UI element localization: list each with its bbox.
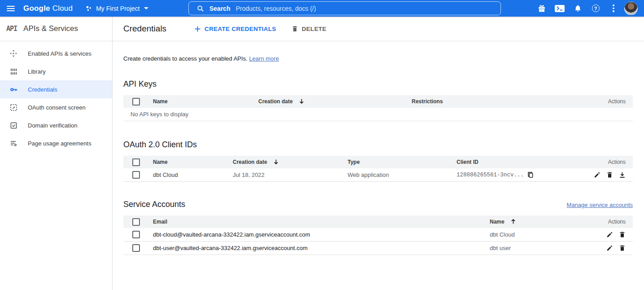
library-icon — [9, 68, 18, 75]
copy-icon[interactable] — [527, 171, 534, 178]
sidebar-nav: Enabled APIs & services Library Credenti… — [0, 41, 113, 290]
sidebar-item-oauth-consent[interactable]: OAuth consent screen — [0, 98, 112, 116]
table-header-row: Email Name Actions — [123, 215, 633, 228]
delete-button[interactable]: DELETE — [287, 22, 331, 35]
page-description: Create credentials to access your enable… — [123, 55, 633, 62]
oauth-clients-heading: OAuth 2.0 Client IDs — [123, 140, 633, 149]
edit-icon[interactable] — [606, 231, 613, 238]
table-row: dbt-user@vaulted-arcana-332422.iam.gserv… — [123, 242, 633, 255]
column-header-name[interactable]: Name — [153, 159, 233, 165]
project-selector[interactable]: My First Project — [85, 5, 148, 12]
select-all-checkbox[interactable] — [132, 98, 140, 105]
topbar-actions: ? — [533, 0, 641, 17]
client-creation-date: Jul 18, 2022 — [233, 171, 348, 178]
sidebar-item-label: Enabled APIs & services — [28, 50, 91, 57]
manage-service-accounts-link[interactable]: Manage service accounts — [567, 202, 633, 208]
google-cloud-logo[interactable]: Google Cloud — [23, 4, 73, 13]
plus-icon — [194, 26, 201, 32]
select-all-checkbox[interactable] — [132, 158, 140, 166]
search-input[interactable]: Search Products, resources, docs (/) — [188, 1, 501, 15]
sidebar-item-label: Library — [28, 68, 46, 75]
column-header-name[interactable]: Name — [153, 98, 258, 105]
sidebar-item-enabled-apis[interactable]: Enabled APIs & services — [0, 44, 112, 62]
row-checkbox[interactable] — [132, 171, 140, 179]
sidebar-item-label: Domain verification — [28, 122, 78, 129]
column-header-actions: Actions — [592, 219, 633, 225]
service-account-name: dbt user — [490, 245, 592, 251]
column-header-restrictions[interactable]: Restrictions — [412, 98, 592, 105]
column-header-actions: Actions — [592, 98, 633, 105]
sidebar-item-label: OAuth consent screen — [28, 104, 86, 111]
service-accounts-table: Email Name Actions dbt-cloud@vaulted-arc… — [123, 215, 633, 255]
project-icon — [85, 5, 92, 12]
sidebar-item-credentials[interactable]: Credentials — [0, 80, 112, 98]
gift-icon[interactable] — [533, 0, 551, 17]
domain-verification-icon — [9, 122, 18, 129]
empty-message: No API keys to display — [123, 111, 633, 118]
table-row: dbt-cloud@vaulted-arcana-332422.iam.gser… — [123, 228, 633, 242]
column-header-creation-date[interactable]: Creation date — [258, 98, 412, 105]
sidebar-title: APIs & Services — [23, 24, 78, 33]
row-checkbox[interactable] — [132, 231, 140, 238]
service-account-email: dbt-cloud@vaulted-arcana-332422.iam.gser… — [153, 231, 490, 238]
agreements-icon — [9, 140, 18, 147]
column-header-creation-date[interactable]: Creation date — [233, 159, 348, 165]
api-keys-heading: API Keys — [123, 79, 633, 89]
column-header-name[interactable]: Name — [490, 219, 592, 225]
column-header-email[interactable]: Email — [153, 219, 490, 225]
delete-icon[interactable] — [606, 171, 613, 178]
sort-descending-icon — [299, 98, 305, 104]
download-icon[interactable] — [619, 171, 626, 178]
column-header-type[interactable]: Type — [348, 159, 457, 165]
client-name: dbt Cloud — [153, 171, 233, 178]
delete-icon[interactable] — [619, 231, 626, 238]
page-header: Credentials CREATE CREDENTIALS DELETE — [113, 17, 644, 41]
logo-cloud-text: Cloud — [52, 4, 73, 13]
column-header-client-id[interactable]: Client ID — [457, 159, 583, 165]
service-account-name: dbt Cloud — [490, 231, 592, 238]
sidebar-item-library[interactable]: Library — [0, 62, 112, 80]
learn-more-link[interactable]: Learn more — [249, 55, 278, 62]
table-header-row: Name Creation date Type Client ID Action… — [123, 156, 633, 168]
edit-icon[interactable] — [594, 171, 600, 178]
cloud-shell-icon[interactable] — [551, 0, 569, 17]
menu-icon[interactable] — [0, 0, 22, 17]
avatar[interactable] — [624, 2, 638, 15]
search-icon — [197, 5, 204, 12]
chevron-down-icon — [144, 7, 148, 9]
page-header-row: API APIs & Services Credentials CREATE C… — [0, 17, 644, 41]
sort-ascending-icon — [510, 219, 516, 224]
help-icon[interactable]: ? — [587, 0, 605, 17]
apis-services-icon: API — [6, 25, 17, 33]
table-header-row: Name Creation date Restrictions Actions — [123, 95, 633, 108]
sidebar-item-page-usage-agreements[interactable]: Page usage agreements — [0, 134, 112, 152]
search-placeholder: Products, resources, docs (/) — [236, 5, 316, 12]
empty-row: No API keys to display — [123, 108, 633, 121]
table-row: dbt Cloud Jul 18, 2022 Web application 1… — [123, 168, 633, 182]
topbar: Google Cloud My First Project Search Pro… — [0, 0, 644, 17]
sidebar-item-domain-verification[interactable]: Domain verification — [0, 116, 112, 134]
main-content: Create credentials to access your enable… — [113, 41, 644, 290]
oauth-clients-table: Name Creation date Type Client ID Action… — [123, 156, 633, 182]
consent-screen-icon — [9, 104, 18, 111]
sidebar-item-label: Page usage agreements — [28, 140, 91, 147]
more-icon[interactable] — [605, 0, 622, 17]
logo-google-text: Google — [23, 4, 50, 13]
enabled-apis-icon — [9, 49, 18, 57]
select-all-checkbox[interactable] — [132, 218, 140, 226]
edit-icon[interactable] — [606, 245, 613, 251]
search-label: Search — [209, 5, 231, 12]
sidebar-item-label: Credentials — [28, 86, 57, 93]
sort-descending-icon — [273, 159, 279, 165]
project-name: My First Project — [96, 5, 139, 12]
client-id-value: 128886265561-3ncv... — [457, 172, 524, 178]
column-header-actions: Actions — [583, 159, 633, 165]
row-checkbox[interactable] — [132, 244, 140, 252]
notifications-icon[interactable] — [569, 0, 587, 17]
delete-icon[interactable] — [619, 245, 626, 251]
service-account-email: dbt-user@vaulted-arcana-332422.iam.gserv… — [153, 245, 490, 251]
create-credentials-button[interactable]: CREATE CREDENTIALS — [190, 23, 281, 35]
api-keys-table: Name Creation date Restrictions Actions … — [123, 95, 633, 121]
key-icon — [9, 85, 18, 94]
page-title: Credentials — [123, 24, 166, 34]
